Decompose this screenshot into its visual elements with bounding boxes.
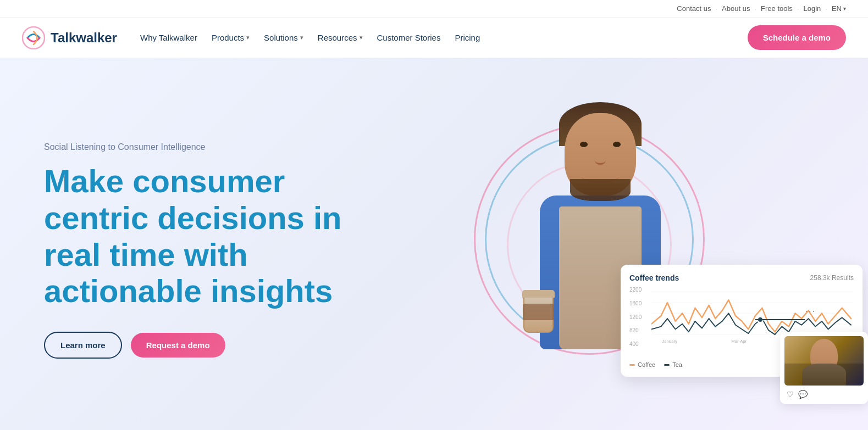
hero-content: Social Listening to Consumer Intelligenc… [44,142,485,359]
legend-coffee-label: Coffee [638,361,655,368]
hero-buttons: Learn more Request a demo [44,332,485,359]
person-face [565,113,636,196]
nav-item-customer-stories: Customer Stories [372,30,446,46]
nav-link-customer-stories[interactable]: Customer Stories [372,30,446,46]
utility-bar: Contact us · About us · Free tools · Log… [0,0,868,18]
solutions-chevron-icon: ▾ [300,34,303,41]
logo-text: Talkwalker [51,30,117,46]
social-card-image [784,336,864,386]
nav-item-products: Products ▾ [206,30,255,46]
nav-label-pricing: Pricing [455,33,480,42]
hero-title-line3: real time with [44,237,248,272]
nav-item-resources: Resources ▾ [312,30,368,46]
social-card-actions[interactable]: ♡ 💬 [784,389,864,400]
nav-item-solutions: Solutions ▾ [258,30,309,46]
navbar: Talkwalker Why Talkwalker Products ▾ Sol… [0,18,868,58]
contact-link[interactable]: Contact us [677,4,711,13]
dashboard-card-header: Coffee trends 258.3k Results [629,273,854,282]
schedule-demo-button[interactable]: Schedule a demo [748,25,846,50]
free-tools-link[interactable]: Free tools [761,4,793,13]
nav-label-products: Products [212,33,244,42]
nav-link-why[interactable]: Why Talkwalker [135,30,203,46]
hero-title: Make consumer centric decisions in real … [44,163,485,310]
nav-link-solutions[interactable]: Solutions ▾ [258,30,309,46]
nav-link-resources[interactable]: Resources ▾ [312,30,368,46]
sep1: · [715,4,717,13]
person-left-eye [580,142,588,147]
person-right-eye [613,142,621,147]
legend-coffee: Coffee [629,361,655,368]
dashboard-title: Coffee trends [629,273,679,282]
social-media-card: ♡ 💬 [780,332,868,404]
social-person-head [810,339,838,372]
sep3: · [797,4,799,13]
nav-label-resources: Resources [318,33,357,42]
resources-chevron-icon: ▾ [360,34,363,41]
nav-label-why: Why Talkwalker [140,33,197,42]
dashboard-results: 258.3k Results [810,274,854,282]
logo[interactable]: Talkwalker [22,26,117,49]
legend-tea: Tea [664,361,682,368]
sep2: · [754,4,756,13]
svg-point-0 [23,27,45,49]
y-label-3: 1200 [629,314,651,320]
chart-y-labels: 2200 1800 1200 820 400 [629,287,651,347]
nav-link-products[interactable]: Products ▾ [206,30,255,46]
hero-section: Social Listening to Consumer Intelligenc… [0,58,868,430]
hero-title-line1: Make consumer [44,163,285,199]
legend-tea-dot [664,364,670,366]
y-label-2: 1800 [629,300,651,306]
person-head-container [565,113,636,196]
y-label-4: 820 [629,327,651,333]
nav-item-pricing: Pricing [449,30,485,46]
social-person-body [802,364,846,386]
heart-icon[interactable]: ♡ [787,390,794,399]
comment-icon[interactable]: 💬 [798,390,808,399]
nav-label-customer-stories: Customer Stories [377,33,441,42]
about-link[interactable]: About us [722,4,750,13]
logo-icon [22,26,45,49]
cup-lid [522,290,555,298]
request-demo-button[interactable]: Request a demo [131,333,225,358]
hero-title-line4: actionable insights [44,273,333,309]
nav-right: Schedule a demo [748,25,846,50]
person-nose [595,156,606,165]
lang-chevron-icon: ▾ [843,5,846,12]
hero-subtitle: Social Listening to Consumer Intelligenc… [44,142,485,152]
cup-sleeve [523,304,554,320]
svg-text:January: January [662,339,677,344]
hero-visual: Coffee trends 258.3k Results 2200 1800 1… [485,91,846,410]
nav-item-why: Why Talkwalker [135,30,203,46]
learn-more-button[interactable]: Learn more [44,332,122,359]
three-dots-menu[interactable]: ··· [805,306,816,316]
login-link[interactable]: Login [804,4,821,13]
person-coffee-cup [523,294,554,333]
nav-links: Why Talkwalker Products ▾ Solutions ▾ Re… [135,30,485,46]
nav-left: Talkwalker Why Talkwalker Products ▾ Sol… [22,26,485,49]
lang-label: EN [832,4,842,13]
language-selector[interactable]: EN ▾ [832,4,846,13]
nav-label-solutions: Solutions [264,33,298,42]
svg-text:Mar-Apr: Mar-Apr [731,339,747,344]
hero-title-line2: centric decisions in [44,200,342,236]
sep4: · [825,4,827,13]
y-label-1: 2200 [629,287,651,293]
legend-tea-label: Tea [672,361,682,368]
chart-dot-line [755,319,805,320]
products-chevron-icon: ▾ [246,34,250,41]
nav-link-pricing[interactable]: Pricing [449,30,485,46]
y-label-5: 400 [629,341,651,347]
person-beard [570,179,631,201]
legend-coffee-dot [629,364,635,366]
